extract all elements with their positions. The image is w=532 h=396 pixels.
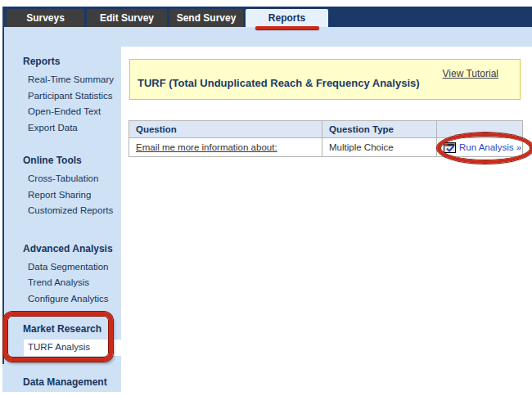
annotation-ellipse-run-analysis <box>437 133 532 164</box>
sidebar-item-participant-statistics[interactable]: Participant Statistics <box>2 88 121 105</box>
tab-reports[interactable]: Reports <box>246 9 328 27</box>
top-nav: Surveys Edit Survey Send Survey Reports <box>2 7 532 27</box>
sidebar-section-reports: Reports Real-Time Summary Participant St… <box>2 54 121 136</box>
subnav-strip <box>2 27 532 47</box>
sidebar-heading-reports: Reports <box>2 54 121 69</box>
sidebar-item-customized-reports[interactable]: Customized Reports <box>2 203 121 219</box>
sidebar-section-advanced-analysis: Advanced Analysis Data Segmentation Tren… <box>2 241 121 308</box>
sidebar-item-report-sharing[interactable]: Report Sharing <box>2 187 121 204</box>
column-header-question-type: Question Type <box>322 121 437 138</box>
sidebar-item-export-data[interactable]: Export Data <box>2 120 121 137</box>
tab-edit-survey[interactable]: Edit Survey <box>87 9 167 27</box>
sidebar-heading-data-management: Data Management <box>2 375 121 389</box>
annotation-underline-reports-tab <box>255 26 319 29</box>
main-panel: TURF (Total Unduplicated Reach & Frequen… <box>121 47 532 392</box>
page-header-panel: TURF (Total Unduplicated Reach & Frequen… <box>129 59 521 100</box>
annotation-box-market-research <box>3 312 113 362</box>
sidebar-item-configure-analytics[interactable]: Configure Analytics <box>2 291 121 308</box>
sidebar-item-real-time-summary[interactable]: Real-Time Summary <box>2 72 121 88</box>
sidebar-item-open-ended-text[interactable]: Open-Ended Text <box>2 104 121 120</box>
column-header-question: Question <box>129 121 322 138</box>
page-title: TURF (Total Unduplicated Reach & Frequen… <box>138 77 420 89</box>
view-tutorial-link[interactable]: View Tutorial <box>443 68 498 79</box>
left-frame-border <box>2 7 4 364</box>
sidebar-section-data-management: Data Management <box>2 375 121 389</box>
question-link[interactable]: Email me more information about: <box>136 142 277 152</box>
tab-surveys[interactable]: Surveys <box>7 9 84 27</box>
tab-send-survey[interactable]: Send Survey <box>169 9 243 27</box>
sidebar-item-trend-analysis[interactable]: Trend Analysis <box>2 275 121 291</box>
sidebar-item-cross-tabulation[interactable]: Cross-Tabulation <box>2 171 121 187</box>
question-type-cell: Multiple Choice <box>322 138 437 157</box>
sidebar-section-online-tools: Online Tools Cross-Tabulation Report Sha… <box>2 153 121 219</box>
sidebar-heading-advanced-analysis: Advanced Analysis <box>2 241 121 256</box>
sidebar-item-data-segmentation[interactable]: Data Segmentation <box>2 259 121 276</box>
sidebar-heading-online-tools: Online Tools <box>2 153 121 168</box>
